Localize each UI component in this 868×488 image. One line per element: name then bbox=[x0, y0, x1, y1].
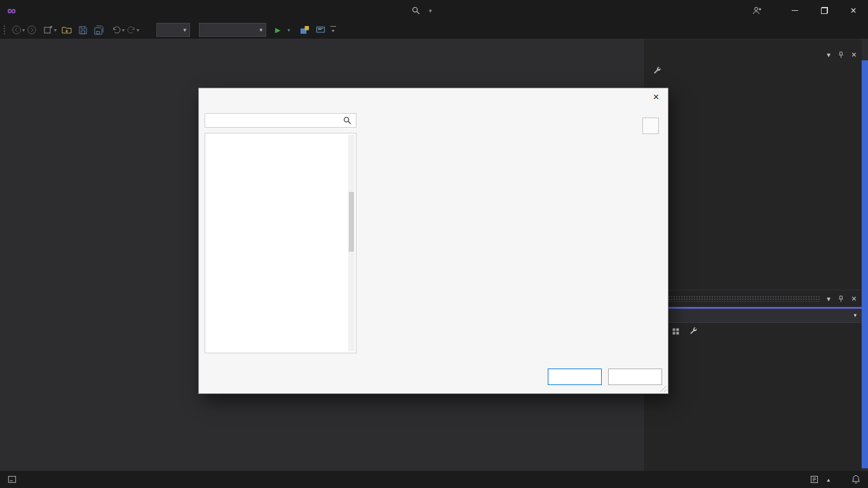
properties-panel: ▾ × ▾ bbox=[644, 290, 862, 471]
dialog-close-button[interactable]: × bbox=[653, 92, 659, 103]
misc-files-count[interactable] bbox=[642, 118, 659, 134]
categorized-icon[interactable] bbox=[672, 327, 680, 336]
status-left bbox=[8, 475, 22, 484]
startup-item-combobox[interactable]: ▾ bbox=[199, 23, 266, 37]
tree-scrollbar[interactable] bbox=[348, 135, 355, 351]
cancel-button[interactable] bbox=[608, 369, 662, 385]
chevron-down-icon[interactable]: ▾ bbox=[54, 27, 57, 33]
search-box[interactable]: ▾ bbox=[412, 0, 432, 21]
undo-button[interactable] bbox=[112, 22, 121, 37]
solution-explorer-toolbar bbox=[653, 66, 661, 75]
chevron-down-icon: ▾ bbox=[853, 312, 857, 318]
repository-icon bbox=[810, 475, 818, 484]
search-icon bbox=[412, 6, 420, 15]
chevron-down-icon: ▾ bbox=[260, 27, 263, 33]
options-search-input[interactable] bbox=[210, 116, 343, 125]
options-search-box[interactable] bbox=[205, 113, 356, 128]
title-drag-grip bbox=[655, 295, 820, 302]
toolbar-overflow-button[interactable]: ▾ bbox=[330, 26, 336, 34]
pin-icon[interactable] bbox=[837, 295, 844, 302]
titlebar-right: × bbox=[745, 0, 868, 21]
toolbar-extra-button-2[interactable] bbox=[316, 22, 325, 37]
close-window-button[interactable]: × bbox=[839, 0, 868, 21]
toolbar-drag-grip[interactable] bbox=[3, 25, 6, 36]
solution-configurations-combobox[interactable]: ▾ bbox=[156, 23, 190, 37]
status-right: ▴ bbox=[810, 475, 860, 484]
switch-views-icon[interactable] bbox=[653, 66, 661, 75]
save-all-button[interactable] bbox=[94, 22, 104, 37]
new-project-button[interactable] bbox=[43, 22, 53, 37]
window-position-icon[interactable]: ▾ bbox=[827, 51, 831, 59]
chevron-down-icon[interactable]: ▾ bbox=[288, 27, 290, 33]
vs-window: { "colors": { "accent": "#0078d7", "titl… bbox=[0, 0, 868, 488]
window-position-icon[interactable]: ▾ bbox=[827, 295, 831, 303]
user-account-icon[interactable] bbox=[752, 6, 763, 16]
chevron-down-icon[interactable]: ▾ bbox=[137, 27, 139, 33]
visual-studio-logo-icon: ∞ bbox=[0, 0, 23, 21]
misc-files-row bbox=[382, 118, 659, 134]
tree-scrollbar-thumb[interactable] bbox=[349, 192, 354, 252]
minimize-icon bbox=[792, 10, 798, 11]
right-edge-strip bbox=[862, 60, 868, 468]
properties-wrench-icon[interactable] bbox=[689, 327, 698, 336]
minimize-button[interactable] bbox=[780, 0, 810, 21]
properties-toolbar bbox=[644, 323, 862, 339]
properties-object-combobox[interactable]: ▾ bbox=[644, 309, 862, 323]
close-icon: × bbox=[850, 6, 856, 16]
notifications-bell-icon[interactable] bbox=[851, 475, 860, 484]
titlebar: ∞ ▾ × bbox=[0, 0, 868, 21]
restore-icon bbox=[821, 7, 828, 14]
chevron-down-icon: ▾ bbox=[184, 27, 187, 33]
open-folder-button[interactable] bbox=[62, 22, 72, 37]
chevron-up-icon[interactable]: ▴ bbox=[827, 477, 830, 483]
chevron-down-icon: ▾ bbox=[332, 28, 334, 34]
status-icon bbox=[8, 475, 17, 484]
standard-toolbar: ▾ ▾ ▾ ▾ ▾ ▾ ▶ ▾ ▾ bbox=[0, 21, 868, 39]
pin-icon[interactable] bbox=[837, 51, 844, 58]
panel-controls: ▾ × bbox=[827, 294, 857, 304]
panel-controls: ▾ × bbox=[827, 50, 857, 60]
dialog-titlebar[interactable]: × bbox=[199, 88, 668, 107]
chevron-down-icon[interactable]: ▾ bbox=[122, 27, 125, 33]
search-icon bbox=[343, 116, 351, 125]
close-icon[interactable]: × bbox=[851, 294, 857, 304]
navigate-forward-button[interactable] bbox=[27, 22, 37, 37]
right-dock: ▾ × ▾ × ▾ bbox=[643, 39, 862, 471]
solution-explorer-header[interactable]: ▾ × bbox=[644, 47, 862, 62]
navigate-back-button[interactable] bbox=[11, 22, 22, 37]
redo-button[interactable] bbox=[126, 22, 136, 37]
options-tree bbox=[205, 133, 356, 353]
statusbar: ▴ bbox=[0, 471, 868, 488]
documents-options-content bbox=[369, 114, 659, 140]
restore-button[interactable] bbox=[810, 0, 839, 21]
chevron-down-icon[interactable]: ▾ bbox=[22, 27, 25, 33]
attach-button[interactable]: ▶ ▾ bbox=[275, 26, 292, 34]
properties-header[interactable]: ▾ × bbox=[644, 290, 862, 307]
options-dialog: × bbox=[198, 88, 668, 394]
toolbar-extra-button-1[interactable] bbox=[300, 22, 309, 37]
chevron-down-icon: ▾ bbox=[429, 8, 432, 14]
ok-button[interactable] bbox=[548, 369, 602, 385]
play-icon: ▶ bbox=[275, 26, 280, 34]
close-icon[interactable]: × bbox=[851, 50, 857, 60]
save-button[interactable] bbox=[78, 22, 88, 37]
